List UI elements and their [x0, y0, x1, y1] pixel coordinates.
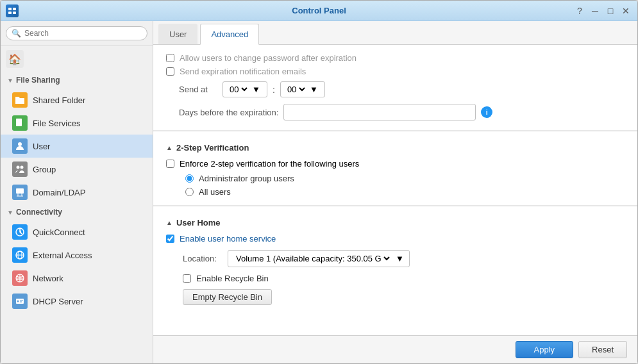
sidebar-item-network[interactable]: Network: [1, 267, 153, 290]
sidebar: 🔍 🏠 ▼ File Sharing Shared Folder: [1, 21, 153, 363]
sidebar-item-group[interactable]: Group: [1, 158, 153, 181]
home-button[interactable]: 🏠: [1, 46, 153, 72]
chevron-home-icon: ▲: [166, 219, 172, 226]
sidebar-label-user: User: [33, 142, 50, 151]
sidebar-item-shared-folder[interactable]: Shared Folder: [1, 88, 153, 112]
tab-user[interactable]: User: [158, 24, 197, 44]
sidebar-item-file-services[interactable]: File Services: [1, 112, 153, 135]
two-step-header[interactable]: ▲ 2-Step Verification: [166, 138, 625, 156]
reset-button[interactable]: Reset: [578, 341, 627, 358]
two-step-title: 2-Step Verification: [176, 143, 249, 153]
arrow-icon-connectivity: ▼: [7, 209, 13, 216]
send-notification-label: Send expiration notification emails: [180, 67, 306, 76]
title-bar: Control Panel ? ─ □ ✕: [1, 1, 637, 21]
search-container: 🔍: [1, 21, 153, 46]
hour-select[interactable]: 000102061218: [227, 84, 249, 95]
hour-select-wrapper: 000102061218 ▼: [222, 81, 267, 97]
panel-content: Allow users to change password after exp…: [153, 45, 637, 335]
external-access-icon: [12, 247, 28, 263]
svg-point-6: [17, 166, 20, 169]
time-separator: :: [273, 85, 275, 95]
section-header-connectivity[interactable]: ▼ Connectivity: [1, 204, 153, 220]
location-label: Location:: [183, 254, 221, 263]
sidebar-item-dhcp-server[interactable]: DHCP Server: [1, 290, 153, 313]
info-icon[interactable]: i: [481, 106, 492, 118]
window-title: Control Panel: [292, 6, 346, 15]
sidebar-item-external-access[interactable]: External Access: [1, 244, 153, 267]
radio-admin[interactable]: [185, 174, 194, 183]
days-label: Days before the expiration:: [179, 108, 278, 117]
sidebar-label-dhcp: DHCP Server: [33, 297, 83, 306]
hour-dropdown-icon: ▼: [252, 85, 260, 94]
network-icon: [12, 270, 28, 286]
location-row: Location: Volume 1 (Available capacity: …: [166, 247, 625, 270]
close-button[interactable]: ✕: [619, 4, 632, 17]
svg-point-7: [21, 166, 24, 169]
svg-point-5: [18, 142, 22, 146]
window-controls: ? ─ □ ✕: [573, 4, 632, 17]
main-content: 🔍 🏠 ▼ File Sharing Shared Folder: [1, 21, 637, 363]
radio-admin-label: Administrator group users: [199, 174, 294, 183]
shared-folder-icon: [12, 92, 28, 108]
section-header-file-sharing[interactable]: ▼ File Sharing: [1, 72, 153, 88]
svg-rect-2: [8, 12, 12, 14]
sidebar-label-file-services: File Services: [33, 119, 80, 128]
send-notification-checkbox[interactable]: [166, 67, 174, 76]
send-notification-row: Send expiration notification emails: [166, 65, 625, 78]
content-area: User Advanced Allow users to change pass…: [153, 21, 637, 363]
location-dropdown-icon: ▼: [396, 254, 404, 263]
main-window: Control Panel ? ─ □ ✕ 🔍 🏠 ▼ File Sharing: [0, 0, 638, 364]
help-button[interactable]: ?: [573, 4, 586, 17]
sidebar-item-user[interactable]: User: [1, 135, 153, 158]
domain-icon: [12, 185, 28, 200]
search-box: 🔍: [6, 26, 147, 40]
footer-bar: Apply Reset: [153, 335, 637, 363]
sidebar-label-group: Group: [33, 165, 56, 174]
sidebar-item-domain-ldap[interactable]: Domain/LDAP: [1, 181, 153, 204]
apply-button[interactable]: Apply: [516, 341, 574, 358]
empty-recycle-button[interactable]: Empty Recycle Bin: [183, 289, 272, 305]
days-input[interactable]: [283, 104, 476, 120]
search-icon: 🔍: [12, 29, 21, 38]
minimize-button[interactable]: ─: [589, 4, 601, 17]
sidebar-label-network: Network: [33, 274, 63, 283]
user-icon: [12, 138, 28, 154]
days-row: Days before the expiration: i: [166, 101, 625, 124]
location-select[interactable]: Volume 1 (Available capacity: 350.05 G: [233, 253, 392, 264]
group-icon: [12, 161, 28, 177]
location-select-wrapper: Volume 1 (Available capacity: 350.05 G ▼: [228, 250, 410, 267]
minute-dropdown-icon: ▼: [310, 85, 318, 94]
send-at-label: Send at: [179, 85, 217, 94]
svg-rect-0: [8, 8, 12, 10]
chevron-icon: ▲: [166, 144, 172, 151]
svg-rect-8: [16, 188, 24, 194]
user-home-title: User Home: [176, 218, 221, 228]
search-input[interactable]: [24, 29, 142, 38]
minute-select[interactable]: 00153045: [285, 84, 307, 95]
sidebar-item-quickconnect[interactable]: QuickConnect: [1, 220, 153, 244]
enable-home-label: Enable user home service: [180, 234, 276, 244]
allow-change-checkbox[interactable]: [166, 54, 174, 62]
user-home-header[interactable]: ▲ User Home: [166, 213, 625, 231]
enforce-checkbox[interactable]: [166, 160, 174, 168]
dhcp-icon: [12, 294, 28, 309]
allow-change-label: Allow users to change password after exp…: [180, 53, 357, 63]
enforce-label: Enforce 2-step verification for the foll…: [180, 159, 359, 169]
radio-all[interactable]: [185, 188, 194, 196]
quickconnect-icon: [12, 224, 28, 240]
section-label-connectivity: Connectivity: [16, 208, 62, 217]
section-label-file-sharing: File Sharing: [16, 76, 60, 85]
tab-advanced[interactable]: Advanced: [200, 24, 259, 45]
arrow-icon: ▼: [7, 77, 13, 84]
user-home-section: ▲ User Home Enable user home service Loc…: [153, 206, 637, 311]
sidebar-label-shared-folder: Shared Folder: [33, 95, 85, 105]
enforce-row: Enforce 2-step verification for the foll…: [166, 156, 625, 172]
send-at-row: Send at 000102061218 ▼ : 00153045: [166, 78, 625, 101]
enable-recycle-label: Enable Recycle Bin: [196, 274, 269, 283]
restore-button[interactable]: □: [604, 4, 617, 17]
enable-recycle-checkbox[interactable]: [183, 274, 191, 283]
minute-select-wrapper: 00153045 ▼: [280, 81, 325, 97]
enable-home-checkbox[interactable]: [166, 235, 174, 243]
sidebar-label-external-access: External Access: [33, 251, 92, 260]
radio-admin-row: Administrator group users: [185, 172, 625, 185]
